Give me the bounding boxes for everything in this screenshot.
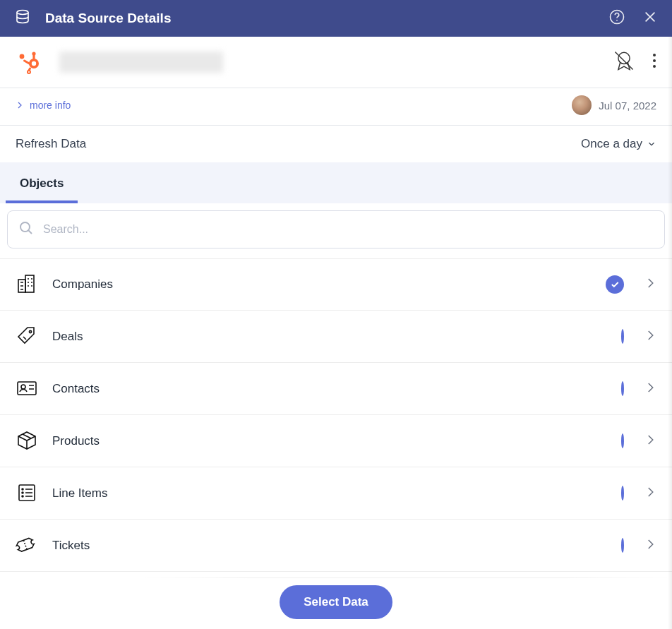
box-icon xyxy=(16,429,40,453)
status-unselected-icon[interactable] xyxy=(621,383,624,395)
svg-point-12 xyxy=(653,54,656,56)
svg-point-11 xyxy=(618,52,630,64)
refresh-data-label: Refresh Data xyxy=(16,137,86,151)
hubspot-logo-icon xyxy=(16,48,44,76)
pricetag-icon xyxy=(16,325,40,349)
status-unselected-icon[interactable] xyxy=(621,487,624,500)
object-row-deals[interactable]: Deals xyxy=(0,311,672,363)
object-row-contacts[interactable]: Contacts xyxy=(0,363,672,415)
object-row-line-items[interactable]: Line Items xyxy=(0,467,672,520)
more-info-row: more info Jul 07, 2022 xyxy=(0,88,672,126)
last-updated-date: Jul 07, 2022 xyxy=(599,100,656,112)
data-source-name-redacted xyxy=(59,52,223,73)
object-name: Line Items xyxy=(52,486,621,501)
svg-point-10 xyxy=(28,71,30,73)
ticket-icon xyxy=(16,534,40,558)
object-name: Contacts xyxy=(52,382,621,396)
chevron-right-icon xyxy=(644,277,656,292)
svg-point-20 xyxy=(21,385,25,389)
status-unselected-icon[interactable] xyxy=(621,435,624,448)
more-info-toggle[interactable]: more info xyxy=(16,100,71,111)
chevron-right-icon xyxy=(644,329,656,345)
object-row-products[interactable]: Products xyxy=(0,415,672,467)
certificate-icon[interactable] xyxy=(611,48,637,76)
svg-rect-17 xyxy=(25,275,34,292)
tab-objects[interactable]: Objects xyxy=(6,176,78,203)
refresh-frequency-value: Once a day xyxy=(581,137,642,151)
svg-point-13 xyxy=(653,59,656,62)
search-input[interactable] xyxy=(43,223,654,236)
svg-point-2 xyxy=(616,20,618,21)
status-unselected-icon[interactable] xyxy=(621,330,624,343)
idcard-icon xyxy=(16,377,40,401)
refresh-data-row: Refresh Data Once a day xyxy=(0,126,672,162)
objects-list: CompaniesDealsContactsProductsLine Items… xyxy=(0,248,672,572)
svg-point-18 xyxy=(29,330,31,333)
object-name: Tickets xyxy=(52,539,621,553)
search-box[interactable] xyxy=(7,210,665,248)
svg-point-22 xyxy=(22,489,23,490)
svg-point-4 xyxy=(32,61,36,66)
search-container xyxy=(0,203,672,248)
footer: Select Data xyxy=(0,578,672,629)
title-bar: Data Source Details xyxy=(0,0,672,37)
object-name: Products xyxy=(52,434,621,448)
object-row-tickets[interactable]: Tickets xyxy=(0,520,672,572)
svg-point-6 xyxy=(32,52,35,55)
svg-point-8 xyxy=(20,54,25,59)
tabs-bar: Objects xyxy=(0,162,672,203)
database-icon xyxy=(14,8,31,28)
data-source-header xyxy=(0,37,672,88)
more-info-label: more info xyxy=(30,100,71,111)
chevron-right-icon xyxy=(644,486,656,501)
svg-point-14 xyxy=(653,65,656,68)
search-icon xyxy=(18,220,35,239)
more-menu-icon[interactable] xyxy=(652,53,656,71)
listdoc-icon xyxy=(16,481,40,505)
chevron-right-icon xyxy=(644,381,656,397)
help-icon[interactable] xyxy=(608,8,625,28)
svg-rect-19 xyxy=(18,382,36,395)
object-name: Deals xyxy=(52,330,621,344)
object-name: Companies xyxy=(52,277,606,292)
user-avatar[interactable] xyxy=(572,95,592,115)
status-unselected-icon[interactable] xyxy=(621,539,624,552)
svg-point-0 xyxy=(17,11,28,15)
object-row-companies[interactable]: Companies xyxy=(0,258,672,311)
svg-point-24 xyxy=(22,496,23,497)
page-title: Data Source Details xyxy=(45,11,592,26)
svg-point-23 xyxy=(22,492,23,493)
close-icon[interactable] xyxy=(642,9,658,28)
status-selected-icon[interactable] xyxy=(606,275,624,294)
buildings-icon xyxy=(16,272,40,296)
select-data-button[interactable]: Select Data xyxy=(280,585,392,619)
chevron-right-icon xyxy=(644,538,656,553)
refresh-frequency-select[interactable]: Once a day xyxy=(581,137,656,151)
chevron-right-icon xyxy=(644,433,656,449)
